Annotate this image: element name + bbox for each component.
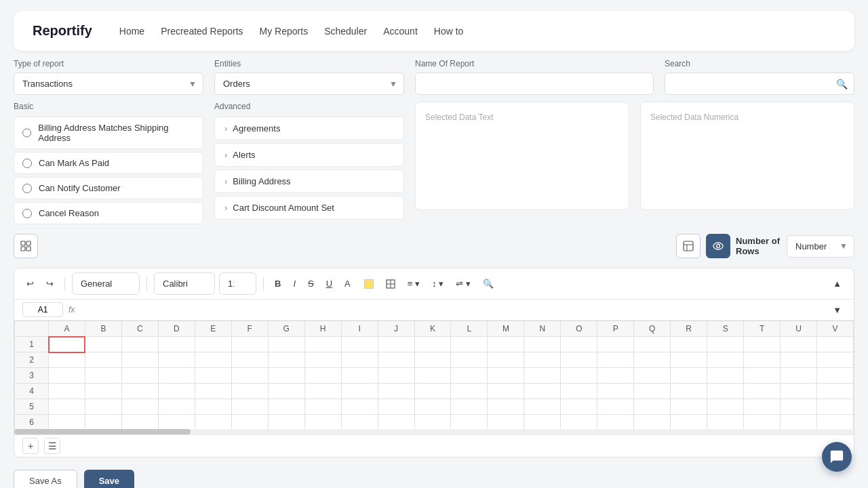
col-header-J[interactable]: J xyxy=(378,321,414,337)
font-size-select[interactable]: 11 8 10 12 14 16 xyxy=(219,272,256,295)
cell-H3[interactable] xyxy=(304,368,341,384)
cell-H4[interactable] xyxy=(304,384,341,399)
cell-U2[interactable] xyxy=(781,352,817,368)
cell-D6[interactable] xyxy=(158,415,195,430)
cell-V1[interactable] xyxy=(817,337,854,352)
cell-A3[interactable] xyxy=(49,368,85,384)
cell-J2[interactable] xyxy=(378,352,414,368)
col-header-R[interactable]: R xyxy=(671,321,707,337)
cell-I2[interactable] xyxy=(341,352,378,368)
table-icon-btn[interactable] xyxy=(676,234,701,258)
cell-U6[interactable] xyxy=(781,415,817,430)
cell-N5[interactable] xyxy=(524,399,561,415)
cell-G6[interactable] xyxy=(268,415,304,430)
col-header-T[interactable]: T xyxy=(744,321,781,337)
col-header-G[interactable]: G xyxy=(268,321,304,337)
cell-S6[interactable] xyxy=(707,415,744,430)
cell-O2[interactable] xyxy=(561,352,597,368)
cell-P2[interactable] xyxy=(597,352,634,368)
cell-C5[interactable] xyxy=(121,399,158,415)
search-toolbar-button[interactable]: 🔍 xyxy=(479,277,498,291)
cell-I1[interactable] xyxy=(341,337,378,352)
nav-precreated-reports[interactable]: Precreated Reports xyxy=(161,26,243,37)
cell-N2[interactable] xyxy=(524,352,561,368)
save-as-button[interactable]: Save As xyxy=(14,470,77,488)
cell-R2[interactable] xyxy=(671,352,707,368)
basic-radio-mark[interactable] xyxy=(22,159,32,168)
cell-N3[interactable] xyxy=(524,368,561,384)
cell-J3[interactable] xyxy=(378,368,414,384)
formula-input[interactable] xyxy=(80,305,823,314)
col-header-F[interactable]: F xyxy=(231,321,268,337)
cell-G2[interactable] xyxy=(268,352,304,368)
chat-fab-button[interactable] xyxy=(822,442,852,472)
cell-C6[interactable] xyxy=(121,415,158,430)
cell-F6[interactable] xyxy=(231,415,268,430)
cell-D1[interactable] xyxy=(158,337,195,352)
cell-H1[interactable] xyxy=(304,337,341,352)
col-header-L[interactable]: L xyxy=(451,321,488,337)
cell-H2[interactable] xyxy=(304,352,341,368)
cell-I4[interactable] xyxy=(341,384,378,399)
cell-K1[interactable] xyxy=(414,337,451,352)
cell-K4[interactable] xyxy=(414,384,451,399)
cell-D4[interactable] xyxy=(158,384,195,399)
cell-B5[interactable] xyxy=(85,399,121,415)
view-toggle-btn[interactable] xyxy=(706,234,730,258)
cell-T5[interactable] xyxy=(744,399,781,415)
cell-E4[interactable] xyxy=(195,384,231,399)
cell-T3[interactable] xyxy=(744,368,781,384)
cell-A6[interactable] xyxy=(49,415,85,430)
cell-H5[interactable] xyxy=(304,399,341,415)
cell-G1[interactable] xyxy=(268,337,304,352)
cell-O1[interactable] xyxy=(561,337,597,352)
nav-home[interactable]: Home xyxy=(119,26,144,37)
cell-G3[interactable] xyxy=(268,368,304,384)
cell-S2[interactable] xyxy=(707,352,744,368)
cell-R1[interactable] xyxy=(671,337,707,352)
toolbar-collapse-button[interactable]: ▲ xyxy=(829,277,846,291)
col-header-H[interactable]: H xyxy=(304,321,341,337)
basic-item-can-mark-as-paid[interactable]: Can Mark As Paid xyxy=(14,152,203,174)
add-sheet-button[interactable]: + xyxy=(22,438,39,454)
cell-T4[interactable] xyxy=(744,384,781,399)
basic-item-can-notify[interactable]: Can Notify Customer xyxy=(14,177,203,199)
cell-P1[interactable] xyxy=(597,337,634,352)
cell-O6[interactable] xyxy=(561,415,597,430)
cell-Q3[interactable] xyxy=(634,368,671,384)
cell-L2[interactable] xyxy=(451,352,488,368)
cell-J6[interactable] xyxy=(378,415,414,430)
advanced-item-alerts[interactable]: › Alerts xyxy=(214,143,404,167)
cell-C1[interactable] xyxy=(121,337,158,352)
cell-C4[interactable] xyxy=(121,384,158,399)
cell-A2[interactable] xyxy=(49,352,85,368)
cell-P6[interactable] xyxy=(597,415,634,430)
col-header-V[interactable]: V xyxy=(817,321,854,337)
nav-my-reports[interactable]: My Reports xyxy=(260,26,309,37)
cell-B1[interactable] xyxy=(85,337,121,352)
cell-J5[interactable] xyxy=(378,399,414,415)
grid-icon-btn[interactable] xyxy=(14,234,38,258)
cell-E5[interactable] xyxy=(195,399,231,415)
cell-C3[interactable] xyxy=(121,368,158,384)
col-header-I[interactable]: I xyxy=(341,321,378,337)
cell-V5[interactable] xyxy=(817,399,854,415)
cell-C2[interactable] xyxy=(121,352,158,368)
save-button[interactable]: Save xyxy=(84,470,134,488)
cell-P3[interactable] xyxy=(597,368,634,384)
cell-A5[interactable] xyxy=(49,399,85,415)
col-header-S[interactable]: S xyxy=(707,321,744,337)
cell-B6[interactable] xyxy=(85,415,121,430)
cell-I3[interactable] xyxy=(341,368,378,384)
advanced-item-billing-address[interactable]: › Billing Address xyxy=(214,169,404,193)
cell-U3[interactable] xyxy=(781,368,817,384)
cell-M2[interactable] xyxy=(488,352,524,368)
cell-R3[interactable] xyxy=(671,368,707,384)
cell-K2[interactable] xyxy=(414,352,451,368)
cell-M3[interactable] xyxy=(488,368,524,384)
cell-G5[interactable] xyxy=(268,399,304,415)
cell-R6[interactable] xyxy=(671,415,707,430)
cell-K3[interactable] xyxy=(414,368,451,384)
cell-T2[interactable] xyxy=(744,352,781,368)
col-header-O[interactable]: O xyxy=(561,321,597,337)
